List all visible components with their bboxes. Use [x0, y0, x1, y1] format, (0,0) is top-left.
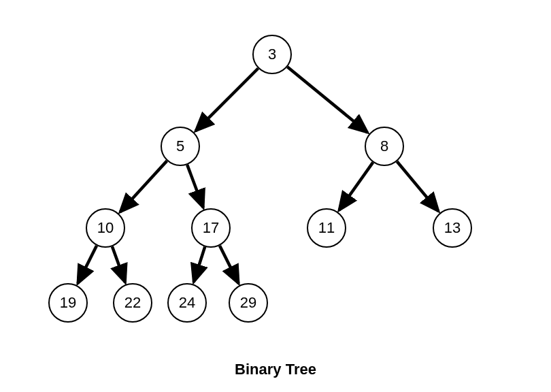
tree-node: 13: [433, 208, 472, 248]
svg-line-9: [220, 246, 239, 283]
diagram-caption: Binary Tree: [0, 361, 551, 378]
node-value: 22: [124, 294, 141, 312]
tree-node-root: 3: [252, 35, 292, 74]
tree-node: 22: [113, 283, 152, 323]
node-value: 8: [380, 137, 388, 155]
node-value: 5: [176, 137, 184, 155]
tree-node: 19: [48, 283, 88, 323]
svg-line-4: [339, 163, 373, 210]
node-value: 24: [179, 294, 195, 312]
node-value: 13: [444, 219, 461, 237]
tree-node: 5: [161, 127, 200, 166]
node-value: 19: [60, 294, 76, 312]
node-value: 10: [97, 219, 114, 237]
svg-line-5: [397, 161, 439, 211]
svg-line-3: [187, 165, 203, 208]
svg-line-7: [112, 246, 125, 282]
tree-node: 11: [307, 208, 346, 248]
svg-line-1: [287, 67, 367, 132]
tree-node: 10: [86, 208, 125, 248]
tree-node: 8: [365, 127, 404, 166]
tree-node: 29: [229, 283, 268, 323]
node-value: 17: [203, 219, 219, 237]
binary-tree-diagram: 3 5 8 10 17 11 13 19 22 24 29 Binary Tre…: [0, 0, 551, 392]
node-value: 11: [318, 219, 335, 237]
node-value: 3: [268, 46, 276, 63]
svg-line-8: [194, 247, 205, 282]
svg-line-2: [120, 161, 167, 212]
caption-text: Binary Tree: [235, 361, 316, 378]
svg-line-6: [78, 246, 97, 283]
tree-node: 17: [191, 208, 231, 248]
tree-node: 24: [167, 283, 207, 323]
svg-line-0: [196, 69, 258, 131]
node-value: 29: [240, 294, 256, 312]
